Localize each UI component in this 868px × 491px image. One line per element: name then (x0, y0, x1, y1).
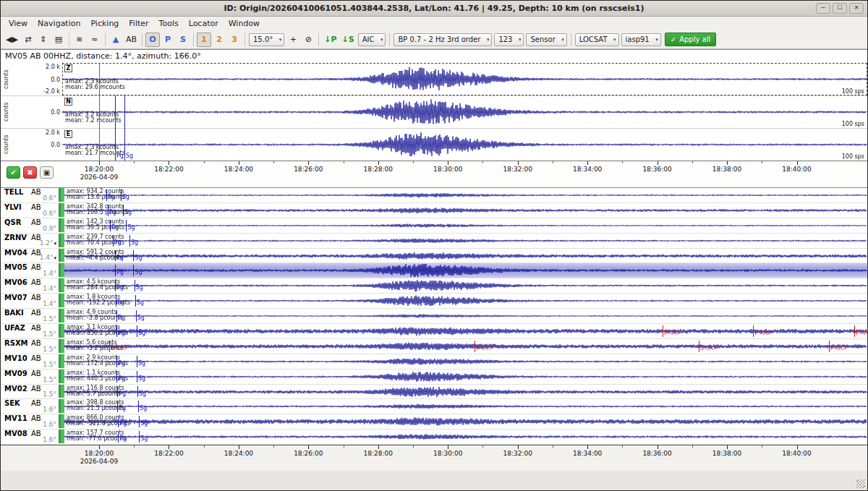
add-station-button[interactable]: + (286, 33, 300, 47)
auto-pick-p-button[interactable]: ↓P (322, 33, 339, 47)
earth-model-combo[interactable]: iasp91 (621, 33, 661, 46)
resize-grip-icon[interactable] (856, 479, 865, 488)
station-waveform[interactable]: amax: 116.8 countsmean: 5.7 µcountsPgSg (64, 385, 867, 399)
time-label: 18:34:00 (573, 450, 602, 457)
expand-arrow-icon[interactable]: ▾ (54, 241, 56, 247)
station-row-qsr[interactable]: QSRAB0.9°amax: 142.3 countsmean: 39.5 µc… (1, 218, 867, 234)
waveform-canvas (62, 63, 867, 95)
station-row-tell[interactable]: TELLAB0.6°amax: 934.2 countsmean: 13.6 µ… (1, 188, 867, 203)
pan-left-right-button[interactable]: ◀▶ (4, 33, 20, 47)
y-axis-label: counts (2, 63, 9, 95)
station-waveform[interactable]: amax: 142.3 countsmean: 39.5 µcountsPgSg (64, 218, 867, 233)
station-waveform[interactable]: amax: 4.5 kcountsmean: 284.4 µcountsPgSg (64, 278, 867, 293)
station-row-mv08[interactable]: MV08AB1.6°amax: 157.7 countsmean: -77.6 … (1, 430, 867, 445)
mean-label: mean: 7.2 mcounts (65, 117, 122, 124)
station-waveform[interactable]: PgSg (64, 263, 867, 278)
station-row-mv10[interactable]: MV10AB1.5°amax: 2.9 kcountsmean: 172.4 µ… (1, 354, 867, 370)
maximize-button[interactable]: ☐ (833, 3, 847, 14)
trace-plot-e[interactable]: E amax: 2.3 kcounts mean: 21.7 mcounts 1… (62, 129, 867, 161)
trace-plot-z[interactable]: Z amax: 2.3 kcounts mean: 29.6 mcounts 1… (62, 63, 867, 95)
align-origin-button[interactable]: O (145, 33, 160, 47)
align-traces-button[interactable]: ▤ (51, 33, 66, 47)
scolv-picker-window: ID: Origin/20260410061051.403844.2538, L… (0, 0, 868, 491)
pick-phase-1-button[interactable]: 1 (197, 33, 211, 47)
discard-picks-button[interactable]: ✖ (23, 166, 37, 179)
station-status-bar (59, 188, 64, 202)
station-waveform[interactable]: amax: 239.7 countsmean: 70.4 µcountsPgSg (64, 234, 867, 248)
station-row-mv09[interactable]: MV09AB1.5°amax: 1.1 kcountsmean: 440.5 µ… (1, 370, 867, 385)
station-waveform[interactable]: amax: 4.9 countsmean: -3.8 µcountsPgSg (64, 309, 867, 323)
station-waveform[interactable]: amax: 5.6 countsmean: -3.2 µcountsP<A>P<… (64, 339, 867, 354)
minimize-button[interactable]: ─ (816, 3, 830, 14)
sort-traces-button[interactable]: ⇕ (36, 33, 51, 47)
display-settings-button[interactable]: ▣ (40, 166, 54, 179)
major-tick (169, 445, 169, 449)
filter-toggle-button[interactable]: ≋ (72, 33, 87, 47)
pick-line-sg (124, 95, 125, 161)
filter-combo[interactable]: BP 0.7 - 2 Hz 3rd order (393, 33, 492, 46)
locator-combo[interactable]: LOCSAT (575, 33, 619, 46)
station-waveform[interactable]: amax: 2.9 kcountsmean: 172.4 µcountsPgSg (64, 354, 867, 369)
station-waveform[interactable]: amax: 157.7 countsmean: -77.6 µcountsPgS… (64, 430, 867, 444)
trace-plot-n[interactable]: N amax: 3.2 kcounts mean: 7.2 mcounts 10… (62, 96, 867, 128)
station-waveform[interactable]: amax: 934.2 countsmean: 13.6 µcountsPgSg (64, 188, 867, 202)
picker-algorithm-combo[interactable]: AIC (358, 33, 386, 46)
expand-arrow-icon[interactable]: ▾ (54, 255, 56, 261)
menu-filter[interactable]: Filter (124, 18, 153, 29)
station-row-mv04[interactable]: MV04AB1.4°▾amax: 591.2 countsmean: -4.4 … (1, 249, 867, 264)
station-distance: 1.6° (43, 406, 56, 413)
close-button[interactable]: ✕ (849, 3, 864, 14)
station-row-mv11[interactable]: MV11AB1.6°amax: 866.0 countsmean: -521.8… (1, 414, 867, 430)
station-row-zrnv[interactable]: ZRNVAB1.2°▾amax: 239.7 countsmean: 70.4 … (1, 234, 867, 249)
menu-picking[interactable]: Picking (85, 18, 124, 29)
station-waveform[interactable]: amax: 342.8 countsmean: 160.5 µcountsPgS… (64, 203, 867, 218)
station-waveform[interactable]: amax: 398.8 countsmean: 21.5 µcountsPgSg (64, 399, 867, 414)
station-waveform[interactable]: amax: 1.8 kcountsmean: -192.2 µcountsPgS… (64, 294, 867, 308)
max-amplitude-button[interactable]: ▲ (109, 33, 123, 47)
zoom-range-combo[interactable]: 15.0° (249, 33, 284, 46)
station-row-mv05[interactable]: MV05AB1.4°PgSg (1, 263, 867, 278)
trace-row-z[interactable]: counts 2.0 k 0.0 -2.0 k Z amax: 2.3 kcou… (1, 63, 867, 95)
station-row-ufaz[interactable]: UFAZAB1.5°amax: 3.1 kcountsmean: 856.2 µ… (1, 324, 867, 339)
station-row-sek[interactable]: SEKAB1.6°amax: 398.8 countsmean: 21.5 µc… (1, 399, 867, 414)
pick-marker (137, 386, 138, 398)
apply-all-button[interactable]: ✓ Apply all (665, 33, 717, 46)
pick-label: Sg (122, 194, 129, 200)
ab-labels-button[interactable]: AB (124, 33, 139, 47)
disable-filter-button[interactable]: ⊘ (301, 33, 315, 47)
align-p-button[interactable]: P (161, 33, 175, 47)
minor-tick (482, 161, 483, 163)
station-row-baki[interactable]: BAKIAB1.5°amax: 4.9 countsmean: -3.8 µco… (1, 309, 867, 324)
station-row-rsxm[interactable]: RSXMAB1.5°amax: 5.6 countsmean: -3.2 µco… (1, 339, 867, 354)
station-status-bar (59, 354, 64, 369)
auto-pick-s-button[interactable]: ↓S (340, 33, 357, 47)
station-row-mv02[interactable]: MV02AB1.5°amax: 116.8 countsmean: 5.7 µc… (1, 385, 867, 400)
menu-view[interactable]: View (4, 18, 33, 29)
accept-picks-button[interactable]: ✔ (7, 166, 20, 179)
pick-phase-2-button[interactable]: 2 (212, 33, 226, 47)
picker-time-axis: ✔ ✖ ▣ 18:20:0018:22:0018:24:0018:26:0018… (1, 161, 867, 187)
station-label: RSXMAB1.5° (1, 339, 59, 354)
pick-phase-3-button[interactable]: 3 (227, 33, 242, 47)
jump-to-pick-button[interactable]: ⇄ (21, 33, 35, 47)
station-waveform[interactable]: amax: 3.1 kcountsmean: 856.2 µcountsPgSg… (64, 324, 867, 338)
menu-window[interactable]: Window (224, 18, 265, 29)
station-waveform[interactable]: amax: 1.1 kcountsmean: 440.5 µcountsPgSg (64, 370, 867, 384)
station-row-mv06[interactable]: MV06AB1.4°amax: 4.5 kcountsmean: 284.4 µ… (1, 278, 867, 294)
waveform-toggle-button[interactable]: ≈ (88, 33, 102, 47)
menu-tools[interactable]: Tools (154, 18, 184, 29)
pick-marker (117, 401, 118, 412)
station-waveform[interactable]: amax: 591.2 countsmean: -4.4 µcountsPgSg (64, 249, 867, 263)
y-axis-label: counts (2, 129, 9, 161)
station-waveform[interactable]: amax: 866.0 countsmean: -521.8 µcountsPg… (64, 414, 867, 429)
station-row-ylvi[interactable]: YLVIAB0.6°amax: 342.8 countsmean: 160.5 … (1, 203, 867, 218)
menu-navigation[interactable]: Navigation (33, 18, 85, 29)
waveform-canvas (64, 309, 867, 323)
station-row-mv07[interactable]: MV07AB1.4°amax: 1.8 kcountsmean: -192.2 … (1, 294, 867, 309)
menu-locator[interactable]: Locator (184, 18, 224, 29)
amplitude-type-combo[interactable]: 123 (494, 33, 524, 46)
align-s-button[interactable]: S (176, 33, 190, 47)
trace-row-n[interactable]: counts 0.0 N amax: 3.2 kcounts mean: 7.2… (1, 95, 867, 128)
titlebar[interactable]: ID: Origin/20260410061051.403844.2538, L… (1, 1, 867, 17)
sensor-combo[interactable]: Sensor (526, 33, 566, 46)
